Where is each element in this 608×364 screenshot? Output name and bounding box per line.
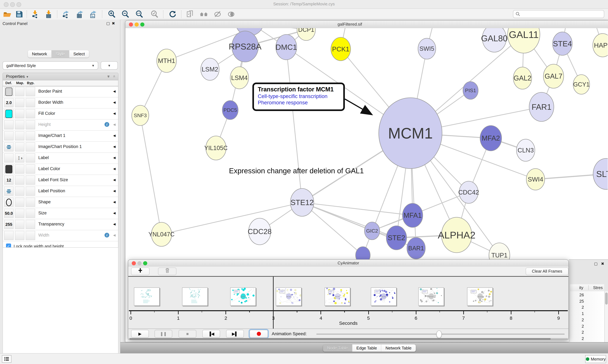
- def-cell[interactable]: 2.0: [4, 98, 14, 107]
- float-panel-icon[interactable]: ▢: [594, 261, 598, 266]
- node-LSM4[interactable]: LSM4: [230, 67, 249, 89]
- table-cell[interactable]: 2: [582, 324, 584, 328]
- network-window-titlebar[interactable]: galFiltered.sif: [125, 21, 608, 28]
- node-GIC2[interactable]: GIC2: [364, 222, 380, 240]
- import-network-icon[interactable]: [30, 10, 40, 19]
- memory-button[interactable]: Memory: [585, 355, 606, 363]
- def-cell[interactable]: [4, 153, 14, 163]
- property-row[interactable]: Widthi◀: [3, 230, 118, 241]
- def-cell[interactable]: 255: [4, 220, 14, 229]
- property-row[interactable]: Label Color◀: [3, 164, 118, 175]
- property-row[interactable]: Shape◀: [3, 197, 118, 208]
- collapse-arrow-icon[interactable]: ◀: [113, 90, 116, 93]
- collapse-arrow-icon[interactable]: ◀: [113, 123, 116, 126]
- node-GAL80[interactable]: GAL80: [481, 28, 508, 52]
- import-table-icon[interactable]: [44, 10, 54, 19]
- column-header[interactable]: Stres: [588, 285, 603, 290]
- info-icon[interactable]: i: [105, 233, 109, 237]
- zoom-selected-icon[interactable]: [150, 10, 159, 19]
- property-row[interactable]: Image/Chart Position 1◀: [3, 142, 118, 153]
- def-cell[interactable]: [4, 164, 14, 174]
- style-selector[interactable]: galFiltered Style▼: [2, 61, 98, 70]
- node-YIL105C[interactable]: YIL105C: [204, 136, 228, 160]
- float-panel-icon[interactable]: ▢: [106, 21, 112, 26]
- collapse-arrow-icon[interactable]: ◀: [113, 167, 116, 170]
- node-RPS28A[interactable]: RPS28A: [229, 31, 262, 62]
- style-options-button[interactable]: ▼: [101, 61, 118, 70]
- frame-thumbnail-1[interactable]: [182, 287, 208, 306]
- close-panel-icon[interactable]: ✖: [112, 21, 117, 26]
- refresh-icon[interactable]: [168, 10, 177, 19]
- home-layouts-icon[interactable]: [199, 10, 209, 19]
- play-button[interactable]: ▶: [131, 330, 149, 338]
- zoom-fit-icon[interactable]: [135, 10, 144, 19]
- def-cell[interactable]: [4, 231, 14, 240]
- collapse-arrow-icon[interactable]: ◀: [113, 134, 116, 137]
- property-row[interactable]: ⋮›Label◀: [3, 153, 118, 164]
- edge[interactable]: [162, 202, 302, 234]
- pause-button[interactable]: ❚❚: [154, 330, 172, 338]
- show-panels-button[interactable]: [2, 355, 11, 363]
- map-cell[interactable]: [15, 98, 24, 107]
- def-cell[interactable]: [4, 120, 14, 129]
- zoom-out-icon[interactable]: [121, 10, 130, 19]
- show-details-icon[interactable]: [227, 10, 236, 19]
- node-SNF3[interactable]: SNF3: [132, 105, 149, 126]
- save-session-icon[interactable]: [14, 10, 24, 19]
- map-cell[interactable]: [15, 131, 24, 140]
- def-cell[interactable]: [4, 87, 14, 96]
- table-cell[interactable]: 25: [579, 299, 584, 303]
- slider-knob[interactable]: [436, 330, 442, 338]
- export-table-icon[interactable]: [75, 10, 84, 19]
- annotation-link-2[interactable]: Pheromone response: [258, 99, 339, 106]
- timeline-scrollbar[interactable]: [129, 338, 568, 340]
- open-session-icon[interactable]: [2, 10, 12, 19]
- property-row[interactable]: Image/Chart 1◀: [3, 130, 118, 142]
- table-cell[interactable]: 2: [582, 317, 584, 322]
- node-MFA1[interactable]: MFA1: [402, 203, 423, 227]
- byp-cell[interactable]: [26, 187, 35, 196]
- zoom-in-icon[interactable]: [107, 10, 117, 19]
- node-MFA2[interactable]: MFA2: [480, 126, 502, 151]
- map-cell[interactable]: [15, 87, 24, 96]
- column-header[interactable]: ity: [579, 285, 583, 290]
- def-cell[interactable]: 50.0: [4, 209, 14, 218]
- def-cell[interactable]: 12: [4, 176, 14, 185]
- byp-cell[interactable]: [26, 164, 35, 174]
- edge[interactable]: [140, 116, 162, 234]
- frame-thumbnail-6[interactable]: MCM1: [418, 287, 444, 306]
- collapse-arrow-icon[interactable]: ◀: [113, 211, 116, 215]
- map-cell[interactable]: ⋮›: [15, 153, 24, 163]
- timeline[interactable]: MCM1MCM1MCM1MCM1MCM1MCM1 0123456789 Seco…: [128, 276, 568, 329]
- collapse-arrow-icon[interactable]: ◀: [113, 189, 116, 193]
- def-cell[interactable]: [4, 131, 14, 140]
- node-BAR1[interactable]: BAR1: [407, 237, 425, 259]
- node-LSM2[interactable]: LSM2: [201, 58, 219, 80]
- node-DCP1[interactable]: DCP1: [297, 28, 315, 40]
- node-PIS1[interactable]: PIS1: [463, 82, 478, 99]
- byp-cell[interactable]: [26, 98, 35, 107]
- clear-all-frames-button[interactable]: Clear All Frames: [526, 268, 568, 275]
- frame-thumbnail-7[interactable]: MCM1: [467, 287, 493, 306]
- node-PCK1[interactable]: PCK1: [331, 37, 351, 61]
- table-scrollbar[interactable]: [605, 291, 608, 342]
- record-button[interactable]: [249, 330, 268, 338]
- collapse-arrow-icon[interactable]: ◀: [113, 101, 116, 104]
- edge[interactable]: [286, 47, 302, 202]
- frame-thumbnail-3[interactable]: MCM1: [276, 287, 302, 306]
- property-row[interactable]: 12Label Font Size◀: [3, 175, 118, 186]
- node-FAR1[interactable]: FAR1: [529, 92, 554, 121]
- property-row[interactable]: 50.0Size◀: [3, 208, 118, 219]
- property-row[interactable]: Label Position◀: [3, 186, 118, 197]
- byp-cell[interactable]: [26, 176, 35, 185]
- node-GCY1[interactable]: GCY1: [573, 75, 590, 94]
- collapse-arrow-icon[interactable]: ◀: [113, 222, 116, 226]
- node-GAL2[interactable]: GAL2: [513, 67, 532, 89]
- collapse-arrow-icon[interactable]: ◀: [113, 112, 116, 115]
- node-ALPHA2[interactable]: ALPHA2: [438, 217, 475, 253]
- node-CLN3[interactable]: CLN3: [516, 139, 535, 161]
- byp-cell[interactable]: [26, 231, 35, 240]
- property-row[interactable]: 255Transparency◀: [3, 219, 118, 230]
- collapse-arrow-icon[interactable]: ◀: [113, 234, 116, 237]
- property-row[interactable]: Heighti◀: [3, 119, 118, 130]
